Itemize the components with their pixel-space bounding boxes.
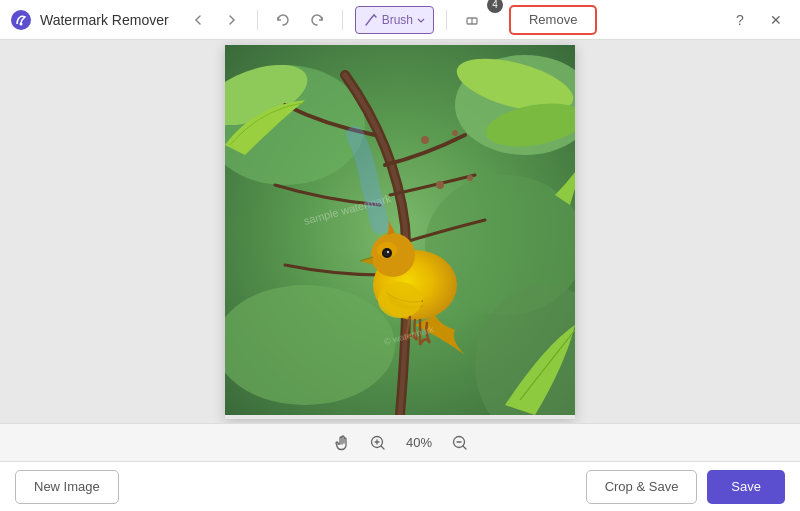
hand-icon <box>333 434 351 452</box>
app-logo-icon <box>10 9 32 31</box>
badge-count: 4 <box>487 0 503 13</box>
brush-dropdown-icon <box>417 16 425 24</box>
remove-button[interactable]: Remove <box>509 5 597 35</box>
footer-bar: New Image Crop & Save Save <box>0 461 800 511</box>
svg-point-13 <box>421 136 429 144</box>
badge-remove-group: 4 Remove <box>493 5 597 35</box>
close-button[interactable]: ✕ <box>762 6 790 34</box>
brush-tool-button[interactable]: Brush <box>355 6 434 34</box>
crop-save-button[interactable]: Crop & Save <box>586 470 698 504</box>
pan-tool-button[interactable] <box>328 429 356 457</box>
svg-point-16 <box>467 175 473 181</box>
forward-button[interactable] <box>219 7 245 33</box>
zoom-level-text: 40% <box>400 435 438 450</box>
help-button[interactable]: ? <box>726 6 754 34</box>
separator-3 <box>446 10 447 30</box>
zoom-in-button[interactable] <box>366 431 390 455</box>
back-button[interactable] <box>185 7 211 33</box>
new-image-button[interactable]: New Image <box>15 470 119 504</box>
separator-1 <box>257 10 258 30</box>
svg-point-0 <box>11 10 31 30</box>
bird-image: sample watermark © watermark <box>225 45 575 415</box>
zoom-out-button[interactable] <box>448 431 472 455</box>
titlebar: Watermark Remover Brush <box>0 0 800 40</box>
svg-point-1 <box>20 22 23 25</box>
svg-point-18 <box>378 282 422 318</box>
zoom-out-icon <box>451 434 469 452</box>
svg-point-22 <box>384 249 391 256</box>
app-title: Watermark Remover <box>40 12 169 28</box>
undo-button[interactable] <box>270 7 296 33</box>
separator-2 <box>342 10 343 30</box>
svg-point-14 <box>452 130 458 136</box>
svg-line-32 <box>463 446 466 449</box>
svg-line-29 <box>381 446 384 449</box>
svg-point-23 <box>387 251 389 253</box>
svg-point-15 <box>436 181 444 189</box>
brush-label: Brush <box>382 13 413 27</box>
save-button[interactable]: Save <box>707 470 785 504</box>
zoom-bar: 40% <box>0 423 800 461</box>
image-container: sample watermark © watermark <box>225 45 575 419</box>
canvas-area: sample watermark © watermark <box>0 40 800 423</box>
redo-button[interactable] <box>304 7 330 33</box>
eraser-button[interactable] <box>459 7 485 33</box>
zoom-in-icon <box>369 434 387 452</box>
